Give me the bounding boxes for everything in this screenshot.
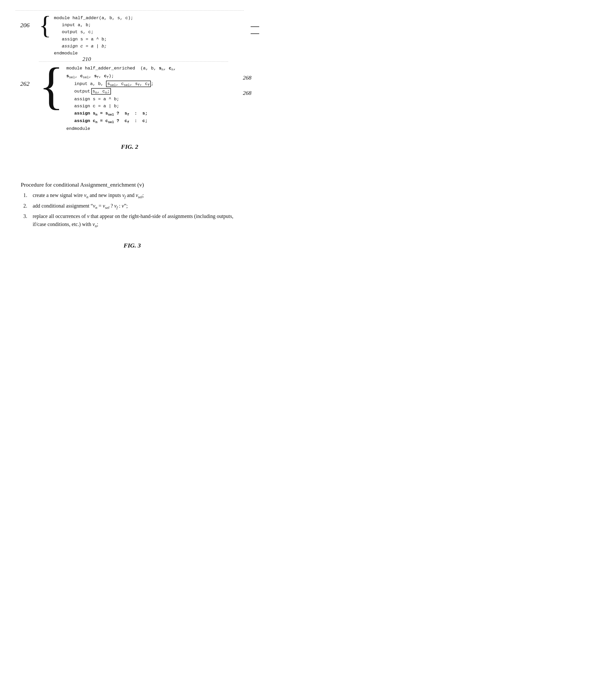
output-box: sn, cn; [91,88,111,95]
fig3-caption: FIG. 3 [21,242,244,249]
module1-label: 206 [20,22,29,29]
procedure-list: 1. create a new signal wire vn and new i… [21,191,244,229]
code-line-mod2-input: input a, b, ssel, csel, sf, cf; [66,80,228,88]
separator [39,61,228,62]
code-line-input: input a, b; 204 [54,22,228,28]
module1-code: module half_adder(a, b, s, c); input a, … [54,15,228,57]
step-num-1: 1. [23,191,29,200]
code-line-assign1: assign s = a ^ b; [54,36,228,43]
input-box: ssel, csel, sf, cf [106,81,151,87]
code-line-mod2-1: module half_adder_enriched (a, b, sn, cn… [66,65,228,73]
code-line-mod2-assign3: assign sn = ssel ? sf : s; [66,110,228,118]
fig2-caption: FIG. 2 [16,143,244,150]
code-line-mod2-output: outputsn, cn; 268 [66,88,228,96]
code-line: module half_adder(a, b, s, c); [54,15,228,22]
code-line-assign2: assign c = a | b; [54,43,228,50]
annotation-206: 206 [251,29,259,38]
code-line-endmodule1: endmodule 210 [54,50,228,57]
step-num-3: 3. [23,212,29,229]
code-line-output: output s, c; 206 [54,28,228,35]
code-line-mod2-assign2: assign c = a | b; [66,103,228,109]
procedure-step-1: 1. create a new signal wire vn and new i… [23,191,244,200]
procedure-step-2: 2. add conditional assignment “vn = vsel… [23,202,244,211]
arrow-206 [251,33,259,34]
module1-brace: { [39,12,51,39]
page-container: 206 { module half_adder(a, b, s, c); inp… [16,10,244,259]
annotation-268-1: 268 [243,73,251,82]
module2-brace: { [39,61,64,110]
step-text-3: replace all occurrences of v that appear… [33,212,244,229]
fig3-section: Procedure for conditional Assignment_enr… [16,181,244,249]
code-line-mod2-assign4: assign cn = csel ? cf : c; [66,118,228,125]
step-text-1: create a new signal wire vn and new inpu… [33,191,144,200]
procedure-title: Procedure for conditional Assignment_enr… [21,181,244,188]
annotation-210: 210 [82,54,91,64]
module1-block: 206 { module half_adder(a, b, s, c); inp… [39,15,228,57]
code-line-mod2-endmodule: endmodule [66,125,228,132]
module2-code: module half_adder_enriched (a, b, sn, cn… [66,65,228,132]
annotation-268-2: 268 [243,89,251,97]
step-text-2: add conditional assignment “vn = vsel ? … [33,202,128,211]
arrow-204 [251,26,259,27]
step-num-2: 2. [23,202,29,211]
procedure-step-3: 3. replace all occurrences of v that app… [23,212,244,229]
fig2-section: 206 { module half_adder(a, b, s, c); inp… [16,10,244,150]
code-line-mod2-2: ssel, csel, sf, cf); 268 [66,73,228,80]
module2-label: 262 [20,80,29,88]
code-line-mod2-assign1: assign s = a ^ b; [66,96,228,103]
module2-block: 262 { module half_adder_enriched (a, b, … [39,65,228,132]
